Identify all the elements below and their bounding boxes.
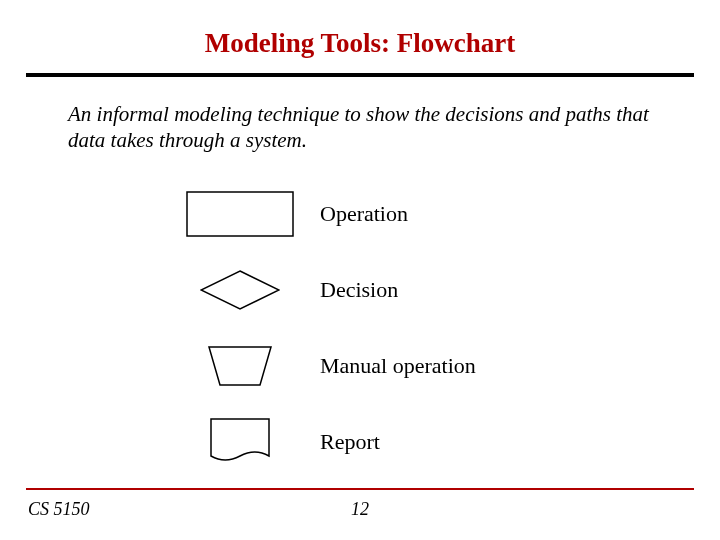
footer-rule	[26, 488, 694, 490]
legend-label: Report	[320, 429, 380, 455]
legend: Operation Decision Manual operation	[160, 176, 680, 480]
legend-label: Operation	[320, 201, 408, 227]
legend-label: Decision	[320, 277, 398, 303]
svg-marker-1	[201, 271, 279, 309]
slide-title: Modeling Tools: Flowchart	[40, 28, 680, 59]
decision-icon	[160, 270, 320, 310]
legend-row-report: Report	[160, 404, 680, 480]
legend-row-manual: Manual operation	[160, 328, 680, 404]
svg-marker-2	[209, 347, 271, 385]
report-icon	[160, 418, 320, 466]
operation-icon	[160, 191, 320, 237]
slide: Modeling Tools: Flowchart An informal mo…	[0, 0, 720, 540]
legend-row-decision: Decision	[160, 252, 680, 328]
title-rule	[26, 73, 694, 77]
manual-operation-icon	[160, 346, 320, 386]
footer-page-number: 12	[0, 499, 720, 520]
svg-rect-0	[187, 192, 293, 236]
legend-row-operation: Operation	[160, 176, 680, 252]
legend-label: Manual operation	[320, 353, 476, 379]
slide-description: An informal modeling technique to show t…	[68, 101, 652, 154]
